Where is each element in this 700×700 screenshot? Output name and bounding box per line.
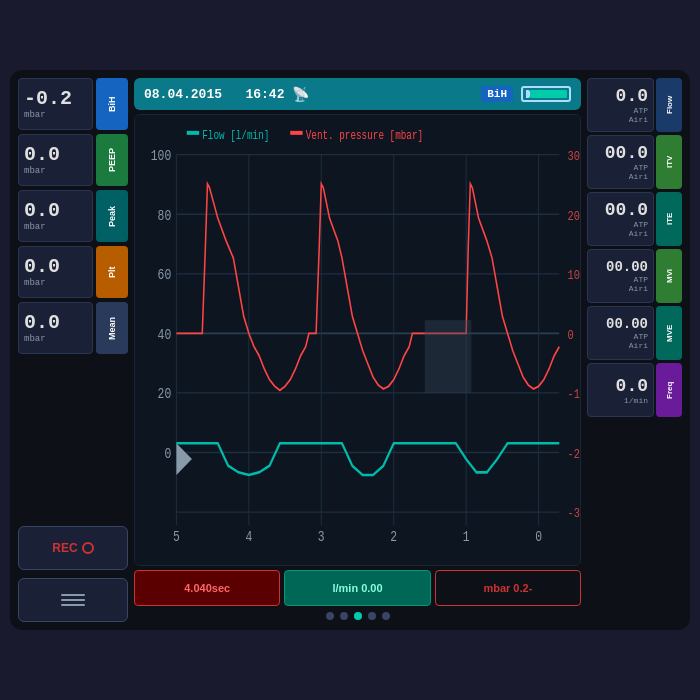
plt-unit: mbar (24, 278, 46, 288)
top-bar-left: BiH (481, 86, 571, 102)
ite-btn[interactable]: ITE (656, 192, 682, 246)
peep-value-box: 0.0 mbar (18, 134, 93, 186)
battery-indicator (521, 86, 571, 102)
dot-2-active[interactable] (354, 612, 362, 620)
menu-button[interactable] (18, 578, 128, 622)
svg-text:80: 80 (158, 207, 172, 224)
right-mvi-row: 00.00 ATP Airi MVi (587, 249, 682, 303)
right-flow-sub2: Airi (629, 115, 648, 124)
time-btn[interactable]: 4.040sec (134, 570, 280, 606)
rec-button[interactable]: REC (18, 526, 128, 570)
svg-text:100: 100 (568, 268, 580, 284)
param-row-peak: 0.0 mbar Peak (18, 190, 128, 242)
svg-text:100: 100 (151, 148, 172, 165)
flow-right-btn[interactable]: Flow (656, 78, 682, 132)
right-mvi-sub1: ATP (634, 275, 648, 284)
right-freq-value: 0.0 (616, 376, 648, 396)
rec-label: REC (52, 541, 77, 555)
menu-line-1 (61, 594, 85, 596)
bih-value-box: -0.2 mbar (18, 78, 93, 130)
svg-text:-300: -300 (568, 506, 580, 522)
svg-text:0: 0 (568, 328, 574, 344)
svg-text:1: 1 (463, 529, 470, 546)
svg-rect-38 (425, 320, 472, 393)
page-dots (134, 610, 581, 622)
right-flow-box: 0.0 ATP Airi (587, 78, 654, 132)
chart-svg: 100 80 60 40 20 0 300 200 100 0 -100 -20… (135, 115, 580, 565)
right-ite-row: 00.0 ATP Airi ITE (587, 192, 682, 246)
right-flow-sub1: ATP (634, 106, 648, 115)
dot-1[interactable] (340, 612, 348, 620)
flow-btn[interactable]: 0.00 l/min (284, 570, 430, 606)
right-itv-row: 00.0 ATP Airi ITV (587, 135, 682, 189)
right-ite-value: 00.0 (605, 200, 648, 220)
rec-menu-row: REC (18, 526, 128, 570)
mean-btn[interactable]: Mean (96, 302, 128, 354)
itv-btn[interactable]: ITV (656, 135, 682, 189)
freq-btn[interactable]: Freq (656, 363, 682, 417)
svg-text:2: 2 (390, 529, 397, 546)
peep-value: 0.0 (24, 144, 60, 166)
plt-btn[interactable]: Plt (96, 246, 128, 298)
right-freq-sub2: 1/min (624, 396, 648, 405)
peak-unit: mbar (24, 222, 46, 232)
mean-value-box: 0.0 mbar (18, 302, 93, 354)
mve-btn[interactable]: MVE (656, 306, 682, 360)
svg-text:200: 200 (568, 208, 580, 224)
right-itv-sub1: ATP (634, 163, 648, 172)
peak-btn[interactable]: Peak (96, 190, 128, 242)
pressure-btn[interactable]: -0.2 mbar (435, 570, 581, 606)
bih-btn[interactable]: BiH (96, 78, 128, 130)
right-panel: 0.0 ATP Airi Flow 00.0 ATP Airi ITV 00.0… (587, 78, 682, 622)
wifi-icon: 📡 (292, 86, 309, 103)
mode-badge: BiH (481, 86, 513, 102)
svg-text:0: 0 (535, 529, 542, 546)
right-mvi-box: 00.00 ATP Airi (587, 249, 654, 303)
svg-text:20: 20 (158, 386, 172, 403)
menu-row (18, 578, 128, 622)
mean-value: 0.0 (24, 312, 60, 334)
svg-text:40: 40 (158, 326, 172, 343)
battery-tip (526, 90, 530, 98)
right-mve-value: 00.00 (606, 316, 648, 332)
menu-line-3 (61, 604, 85, 606)
param-row-plt: 0.0 mbar Plt (18, 246, 128, 298)
right-mvi-sub2: Airi (629, 284, 648, 293)
menu-line-2 (61, 599, 85, 601)
peak-value-box: 0.0 mbar (18, 190, 93, 242)
right-itv-value: 00.0 (605, 143, 648, 163)
dot-3[interactable] (368, 612, 376, 620)
svg-text:300: 300 (568, 149, 580, 165)
time-btn-label: 4.040sec (184, 582, 230, 594)
svg-rect-0 (135, 115, 580, 565)
mvi-btn[interactable]: MVi (656, 249, 682, 303)
plt-value: 0.0 (24, 256, 60, 278)
peak-value: 0.0 (24, 200, 60, 222)
right-freq-box: 0.0 1/min (587, 363, 654, 417)
right-ite-sub1: ATP (634, 220, 648, 229)
svg-text:-100: -100 (568, 387, 580, 403)
right-itv-sub2: Airi (629, 172, 648, 181)
pressure-btn-label: -0.2 mbar (483, 582, 532, 594)
right-mvi-value: 00.00 (606, 259, 648, 275)
svg-text:5: 5 (173, 529, 180, 546)
param-row-mean: 0.0 mbar Mean (18, 302, 128, 354)
peep-unit: mbar (24, 166, 46, 176)
battery-fill (530, 90, 567, 98)
right-ite-box: 00.0 ATP Airi (587, 192, 654, 246)
bottom-buttons: -0.2 mbar 0.00 l/min 4.040sec (134, 570, 581, 606)
plt-value-box: 0.0 mbar (18, 246, 93, 298)
svg-text:0: 0 (164, 446, 171, 463)
right-itv-box: 00.0 ATP Airi (587, 135, 654, 189)
right-ite-sub2: Airi (629, 229, 648, 238)
svg-text:-200: -200 (568, 447, 580, 463)
svg-text:Flow [l/min]: Flow [l/min] (202, 129, 269, 142)
svg-text:Vent. pressure [mbar]: Vent. pressure [mbar] (306, 129, 423, 142)
dot-4[interactable] (382, 612, 390, 620)
peep-btn[interactable]: PEEP (96, 134, 128, 186)
center-panel: BiH 📡 16:42 08.04.2015 (134, 78, 581, 622)
top-bar: BiH 📡 16:42 08.04.2015 (134, 78, 581, 110)
right-flow-row: 0.0 ATP Airi Flow (587, 78, 682, 132)
datetime-text: 16:42 08.04.2015 (144, 87, 284, 102)
dot-0[interactable] (326, 612, 334, 620)
